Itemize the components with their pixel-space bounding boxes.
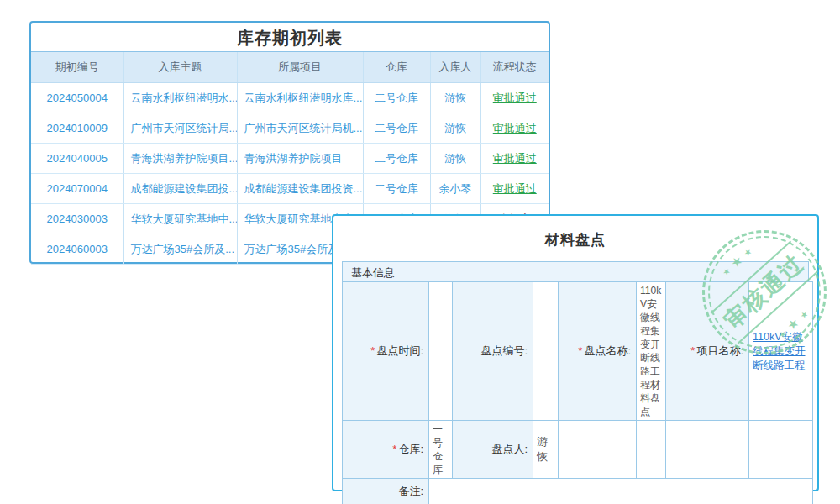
empty-cell bbox=[666, 421, 749, 479]
material-check-panel: 材料盘点 基本信息 *盘点时间: 盘点编号: *盘点名称: 110kV安徽线程集… bbox=[332, 214, 819, 491]
check-time-label: *盘点时间: bbox=[343, 282, 429, 421]
warehouse-label: *仓库: bbox=[343, 421, 429, 479]
empty-cell bbox=[637, 421, 666, 479]
row-project-link[interactable]: 青海洪湖养护院项目 bbox=[244, 152, 343, 165]
col-header-person: 入库人 bbox=[430, 52, 480, 83]
section-header-basic-info: 基本信息 bbox=[342, 261, 809, 282]
row-subject-link[interactable]: 华软大厦研究基地中... bbox=[131, 213, 238, 225]
required-asterisk-icon: * bbox=[392, 443, 396, 455]
row-person: 余小琴 bbox=[430, 174, 480, 204]
check-no-label: 盘点编号: bbox=[453, 282, 533, 421]
basic-info-form-table: *盘点时间: 盘点编号: *盘点名称: 110kV安徽线程集变开断线路工程材料盘… bbox=[342, 281, 813, 504]
row-warehouse: 二号仓库 bbox=[363, 174, 430, 204]
row-subject-link[interactable]: 青海洪湖养护院项目... bbox=[131, 152, 238, 165]
check-time-value bbox=[429, 282, 453, 421]
project-name-label: *项目名称: bbox=[666, 282, 749, 421]
row-status-link[interactable]: 审批通过 bbox=[493, 122, 537, 134]
row-project-link[interactable]: 成都能源建设集团投资... bbox=[244, 182, 363, 195]
row-status-link[interactable]: 审批通过 bbox=[493, 92, 537, 104]
row-subject-link[interactable]: 云南水利枢纽潜明水... bbox=[131, 92, 238, 104]
empty-cell bbox=[749, 421, 813, 479]
project-link[interactable]: 110kV安徽线程集变开断线路工程 bbox=[753, 331, 806, 371]
form-row-warehouse: *仓库: 一号仓库 盘点人: 游恢 bbox=[343, 421, 813, 479]
empty-cell bbox=[559, 421, 637, 479]
project-name-value: 110kV安徽线程集变开断线路工程 bbox=[749, 282, 813, 421]
row-warehouse: 二号仓库 bbox=[363, 83, 430, 113]
row-person: 游恢 bbox=[430, 144, 480, 174]
table-row: 2024040005 青海洪湖养护院项目... 青海洪湖养护院项目 二号仓库 游… bbox=[31, 144, 549, 174]
row-subject-link[interactable]: 广州市天河区统计局... bbox=[131, 122, 238, 134]
row-project-link[interactable]: 广州市天河区统计局机... bbox=[244, 122, 363, 134]
row-subject-link[interactable]: 万达广场35#会所及... bbox=[131, 243, 235, 255]
check-name-label: *盘点名称: bbox=[559, 282, 637, 421]
form-row-remark: 备注: bbox=[343, 479, 813, 504]
row-person: 游恢 bbox=[430, 83, 480, 113]
row-id-link[interactable]: 2024050004 bbox=[47, 92, 108, 104]
checker-value: 游恢 bbox=[533, 421, 559, 479]
row-project-link[interactable]: 云南水利枢纽潜明水库... bbox=[244, 92, 363, 104]
check-name-value: 110kV安徽线程集变开断线路工程材料盘点 bbox=[637, 282, 666, 421]
col-header-id: 期初编号 bbox=[31, 52, 123, 83]
table-row: 2024010009 广州市天河区统计局... 广州市天河区统计局机... 二号… bbox=[31, 113, 549, 144]
row-id-link[interactable]: 2024040005 bbox=[47, 152, 108, 165]
table-header-row: 期初编号 入库主题 所属项目 仓库 入库人 流程状态 bbox=[31, 52, 549, 83]
row-warehouse: 二号仓库 bbox=[363, 144, 430, 174]
row-id-link[interactable]: 2024060003 bbox=[47, 243, 108, 255]
col-header-subject: 入库主题 bbox=[123, 52, 237, 83]
row-status-link[interactable]: 审批通过 bbox=[493, 152, 537, 165]
remark-label: 备注: bbox=[343, 479, 429, 504]
form-title: 材料盘点 bbox=[342, 230, 809, 250]
row-status-link[interactable]: 审批通过 bbox=[493, 182, 537, 195]
row-warehouse: 二号仓库 bbox=[363, 113, 430, 144]
checker-label: 盘点人: bbox=[453, 421, 533, 479]
required-asterisk-icon: * bbox=[370, 344, 375, 357]
col-header-project: 所属项目 bbox=[237, 52, 363, 83]
required-asterisk-icon: * bbox=[578, 344, 582, 357]
row-subject-link[interactable]: 成都能源建设集团投... bbox=[131, 182, 238, 195]
row-id-link[interactable]: 2024030003 bbox=[47, 213, 108, 225]
col-header-warehouse: 仓库 bbox=[363, 52, 430, 83]
page-title: 库存期初列表 bbox=[31, 23, 549, 51]
table-row: 2024050004 云南水利枢纽潜明水... 云南水利枢纽潜明水库... 二号… bbox=[31, 83, 549, 113]
row-id-link[interactable]: 2024010009 bbox=[47, 122, 108, 134]
col-header-status: 流程状态 bbox=[480, 52, 549, 83]
required-asterisk-icon: * bbox=[690, 344, 695, 357]
table-row: 2024070004 成都能源建设集团投... 成都能源建设集团投资... 二号… bbox=[31, 174, 549, 204]
row-person: 游恢 bbox=[430, 113, 480, 144]
remark-value bbox=[429, 479, 813, 504]
form-row-main: *盘点时间: 盘点编号: *盘点名称: 110kV安徽线程集变开断线路工程材料盘… bbox=[343, 282, 813, 421]
warehouse-value: 一号仓库 bbox=[429, 421, 453, 479]
check-no-value bbox=[533, 282, 559, 421]
row-id-link[interactable]: 2024070004 bbox=[47, 182, 108, 195]
